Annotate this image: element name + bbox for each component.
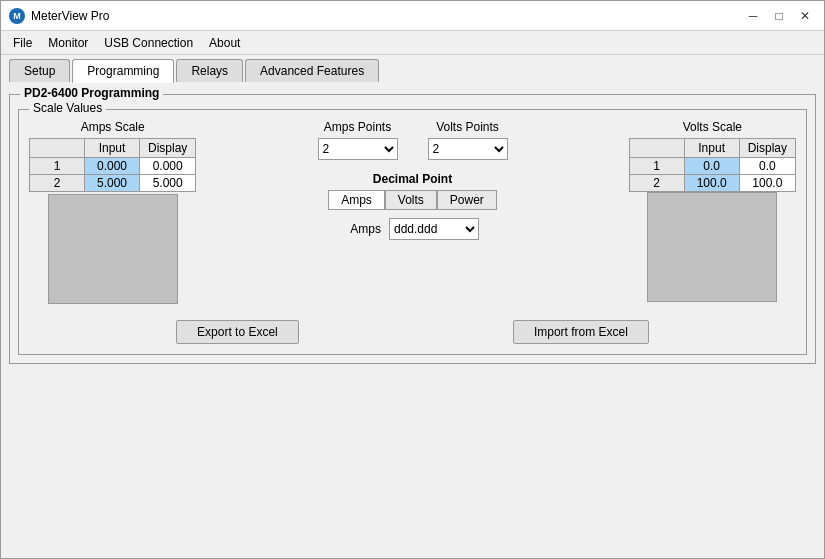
title-bar: M MeterView Pro ─ □ ✕ xyxy=(1,1,824,31)
scale-layout: Amps Scale Input Display xyxy=(29,120,796,304)
table-row: 1 0.000 0.000 xyxy=(30,158,196,175)
amps-points-label: Amps Points xyxy=(324,120,391,134)
volts-row-1-display[interactable]: 0.0 xyxy=(739,158,795,175)
volts-input-header: Input xyxy=(684,139,739,158)
amps-row-1-input[interactable]: 0.000 xyxy=(85,158,140,175)
amps-row-header xyxy=(30,139,85,158)
decimal-amps-select[interactable]: ddd.ddd dd.dddd d.ddddd xyxy=(389,218,479,240)
menu-usb[interactable]: USB Connection xyxy=(96,34,201,52)
decimal-tab-volts[interactable]: Volts xyxy=(385,190,437,210)
import-button[interactable]: Import from Excel xyxy=(513,320,649,344)
inner-group: Scale Values Amps Scale Input Display xyxy=(18,109,807,355)
volts-scale-title: Volts Scale xyxy=(683,120,742,134)
volts-row-2-display[interactable]: 100.0 xyxy=(739,175,795,192)
volts-row-2-input[interactable]: 100.0 xyxy=(684,175,739,192)
tab-setup[interactable]: Setup xyxy=(9,59,70,82)
minimize-button[interactable]: ─ xyxy=(742,5,764,27)
volts-points-label: Volts Points xyxy=(436,120,499,134)
points-row: Amps Points 2 3 4 5 Volts Points xyxy=(318,120,508,160)
volts-gray-area xyxy=(647,192,777,302)
title-bar-left: M MeterView Pro xyxy=(9,8,109,24)
main-content: PD2-6400 Programming Scale Values Amps S… xyxy=(1,82,824,558)
app-icon: M xyxy=(9,8,25,24)
amps-gray-area xyxy=(48,194,178,304)
amps-scale-table: Input Display 1 0.000 0.000 xyxy=(29,138,196,192)
window-title: MeterView Pro xyxy=(31,9,109,23)
volts-points-group: Volts Points 2 3 4 5 xyxy=(428,120,508,160)
amps-row-2-input[interactable]: 5.000 xyxy=(85,175,140,192)
decimal-title: Decimal Point xyxy=(373,172,452,186)
table-row: 2 5.000 5.000 xyxy=(30,175,196,192)
export-button[interactable]: Export to Excel xyxy=(176,320,299,344)
volts-scale-section: Volts Scale Input Display xyxy=(629,120,796,302)
amps-row-2-display[interactable]: 5.000 xyxy=(140,175,196,192)
close-button[interactable]: ✕ xyxy=(794,5,816,27)
maximize-button[interactable]: □ xyxy=(768,5,790,27)
amps-row-1-display[interactable]: 0.000 xyxy=(140,158,196,175)
decimal-amps-row: Amps ddd.ddd dd.dddd d.ddddd xyxy=(346,218,479,240)
amps-input-header: Input xyxy=(85,139,140,158)
amps-display-header: Display xyxy=(140,139,196,158)
tab-relays[interactable]: Relays xyxy=(176,59,243,82)
menu-bar: File Monitor USB Connection About xyxy=(1,31,824,55)
tab-advanced[interactable]: Advanced Features xyxy=(245,59,379,82)
main-window: M MeterView Pro ─ □ ✕ File Monitor USB C… xyxy=(0,0,825,559)
volts-row-1-input[interactable]: 0.0 xyxy=(684,158,739,175)
amps-points-group: Amps Points 2 3 4 5 xyxy=(318,120,398,160)
amps-row-2-num: 2 xyxy=(30,175,85,192)
volts-points-select[interactable]: 2 3 4 5 xyxy=(428,138,508,160)
amps-points-select[interactable]: 2 3 4 5 xyxy=(318,138,398,160)
menu-about[interactable]: About xyxy=(201,34,248,52)
volts-row-1-num: 1 xyxy=(629,158,684,175)
menu-file[interactable]: File xyxy=(5,34,40,52)
window-controls: ─ □ ✕ xyxy=(742,5,816,27)
table-row: 2 100.0 100.0 xyxy=(629,175,795,192)
outer-group: PD2-6400 Programming Scale Values Amps S… xyxy=(9,94,816,364)
amps-scale-title: Amps Scale xyxy=(81,120,145,134)
volts-row-header xyxy=(629,139,684,158)
tab-programming[interactable]: Programming xyxy=(72,59,174,83)
tab-bar: Setup Programming Relays Advanced Featur… xyxy=(1,55,824,82)
menu-monitor[interactable]: Monitor xyxy=(40,34,96,52)
button-row: Export to Excel Import from Excel xyxy=(29,320,796,344)
decimal-tab-amps[interactable]: Amps xyxy=(328,190,385,210)
table-row: 1 0.0 0.0 xyxy=(629,158,795,175)
outer-group-legend: PD2-6400 Programming xyxy=(20,86,163,100)
volts-row-2-num: 2 xyxy=(629,175,684,192)
decimal-section: Decimal Point Amps Volts Power Amps ddd.… xyxy=(328,172,497,240)
volts-display-header: Display xyxy=(739,139,795,158)
volts-scale-table: Input Display 1 0.0 0.0 xyxy=(629,138,796,192)
amps-row-1-num: 1 xyxy=(30,158,85,175)
decimal-tabs: Amps Volts Power xyxy=(328,190,497,210)
amps-scale-section: Amps Scale Input Display xyxy=(29,120,196,304)
inner-group-legend: Scale Values xyxy=(29,101,106,115)
decimal-amps-label: Amps xyxy=(346,222,381,236)
decimal-tab-power[interactable]: Power xyxy=(437,190,497,210)
middle-section: Amps Points 2 3 4 5 Volts Points xyxy=(318,120,508,240)
